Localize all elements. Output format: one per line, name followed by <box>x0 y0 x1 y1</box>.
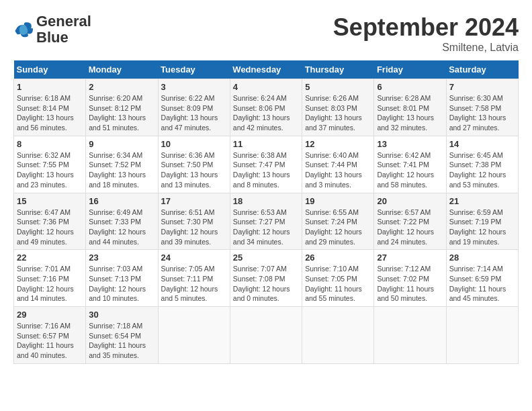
day-detail: Sunrise: 6:30 AM Sunset: 7:58 PM Dayligh… <box>449 93 515 133</box>
calendar-week-3: 15Sunrise: 6:47 AM Sunset: 7:36 PM Dayli… <box>14 193 519 250</box>
day-number: 13 <box>377 139 443 149</box>
day-number: 14 <box>449 139 515 149</box>
calendar-cell: 20Sunrise: 6:57 AM Sunset: 7:22 PM Dayli… <box>374 193 446 250</box>
calendar-cell: 11Sunrise: 6:38 AM Sunset: 7:47 PM Dayli… <box>230 136 302 193</box>
calendar-cell: 27Sunrise: 7:12 AM Sunset: 7:02 PM Dayli… <box>374 250 446 307</box>
day-detail: Sunrise: 7:16 AM Sunset: 6:57 PM Dayligh… <box>17 321 83 361</box>
day-detail: Sunrise: 7:05 AM Sunset: 7:11 PM Dayligh… <box>161 264 227 304</box>
calendar-cell: 8Sunrise: 6:32 AM Sunset: 7:55 PM Daylig… <box>14 136 86 193</box>
weekday-header-monday: Monday <box>86 60 158 79</box>
calendar-cell: 19Sunrise: 6:55 AM Sunset: 7:24 PM Dayli… <box>302 193 374 250</box>
day-number: 12 <box>305 139 371 149</box>
day-number: 20 <box>377 196 443 206</box>
day-detail: Sunrise: 7:14 AM Sunset: 6:59 PM Dayligh… <box>449 264 515 304</box>
logo: General Blue <box>13 13 91 46</box>
day-detail: Sunrise: 6:40 AM Sunset: 7:44 PM Dayligh… <box>305 150 371 190</box>
day-detail: Sunrise: 6:53 AM Sunset: 7:27 PM Dayligh… <box>233 208 299 247</box>
calendar-cell: 10Sunrise: 6:36 AM Sunset: 7:50 PM Dayli… <box>158 136 230 193</box>
calendar-cell: 28Sunrise: 7:14 AM Sunset: 6:59 PM Dayli… <box>446 250 518 307</box>
calendar-cell: 12Sunrise: 6:40 AM Sunset: 7:44 PM Dayli… <box>302 136 374 193</box>
day-number: 7 <box>449 82 515 92</box>
day-number: 9 <box>89 139 154 149</box>
logo-icon <box>13 19 34 40</box>
weekday-header-thursday: Thursday <box>302 60 374 79</box>
day-number: 15 <box>17 196 83 206</box>
day-detail: Sunrise: 7:12 AM Sunset: 7:02 PM Dayligh… <box>377 264 443 304</box>
page-subtitle: Smiltene, Latvia <box>333 42 519 54</box>
calendar-cell: 7Sunrise: 6:30 AM Sunset: 7:58 PM Daylig… <box>446 79 518 136</box>
day-detail: Sunrise: 6:45 AM Sunset: 7:38 PM Dayligh… <box>449 150 515 190</box>
day-number: 22 <box>17 253 83 263</box>
day-detail: Sunrise: 6:36 AM Sunset: 7:50 PM Dayligh… <box>161 150 227 190</box>
day-detail: Sunrise: 6:49 AM Sunset: 7:33 PM Dayligh… <box>89 208 154 247</box>
calendar-cell <box>158 307 230 364</box>
day-detail: Sunrise: 6:57 AM Sunset: 7:22 PM Dayligh… <box>377 208 443 247</box>
calendar-cell: 6Sunrise: 6:28 AM Sunset: 8:01 PM Daylig… <box>374 79 446 136</box>
calendar-cell: 15Sunrise: 6:47 AM Sunset: 7:36 PM Dayli… <box>14 193 86 250</box>
weekday-header-sunday: Sunday <box>14 60 86 79</box>
day-detail: Sunrise: 6:22 AM Sunset: 8:09 PM Dayligh… <box>161 93 227 133</box>
day-detail: Sunrise: 7:07 AM Sunset: 7:08 PM Dayligh… <box>233 264 299 304</box>
day-number: 26 <box>305 253 371 263</box>
calendar-cell <box>374 307 446 364</box>
day-detail: Sunrise: 6:38 AM Sunset: 7:47 PM Dayligh… <box>233 150 299 190</box>
day-number: 19 <box>305 196 371 206</box>
day-detail: Sunrise: 6:18 AM Sunset: 8:14 PM Dayligh… <box>17 93 83 133</box>
weekday-header-wednesday: Wednesday <box>230 60 302 79</box>
day-number: 8 <box>17 139 83 149</box>
calendar-cell: 29Sunrise: 7:16 AM Sunset: 6:57 PM Dayli… <box>14 307 86 364</box>
day-number: 10 <box>161 139 227 149</box>
day-number: 3 <box>161 82 227 92</box>
calendar-cell: 21Sunrise: 6:59 AM Sunset: 7:19 PM Dayli… <box>446 193 518 250</box>
calendar-week-5: 29Sunrise: 7:16 AM Sunset: 6:57 PM Dayli… <box>14 307 519 364</box>
calendar-cell: 1Sunrise: 6:18 AM Sunset: 8:14 PM Daylig… <box>14 79 86 136</box>
calendar-cell <box>302 307 374 364</box>
title-block: September 2024 Smiltene, Latvia <box>333 13 519 54</box>
day-number: 23 <box>89 253 154 263</box>
day-number: 4 <box>233 82 299 92</box>
day-detail: Sunrise: 6:47 AM Sunset: 7:36 PM Dayligh… <box>17 208 83 247</box>
calendar-cell: 5Sunrise: 6:26 AM Sunset: 8:03 PM Daylig… <box>302 79 374 136</box>
calendar-week-4: 22Sunrise: 7:01 AM Sunset: 7:16 PM Dayli… <box>14 250 519 307</box>
calendar-cell: 9Sunrise: 6:34 AM Sunset: 7:52 PM Daylig… <box>86 136 158 193</box>
calendar-cell: 16Sunrise: 6:49 AM Sunset: 7:33 PM Dayli… <box>86 193 158 250</box>
page-title: September 2024 <box>333 13 519 42</box>
day-number: 21 <box>449 196 515 206</box>
page-header: General Blue September 2024 Smiltene, La… <box>13 13 519 54</box>
day-number: 5 <box>305 82 371 92</box>
calendar-cell: 23Sunrise: 7:03 AM Sunset: 7:13 PM Dayli… <box>86 250 158 307</box>
day-number: 1 <box>17 82 83 92</box>
day-number: 17 <box>161 196 227 206</box>
weekday-header-friday: Friday <box>374 60 446 79</box>
calendar-cell: 3Sunrise: 6:22 AM Sunset: 8:09 PM Daylig… <box>158 79 230 136</box>
day-number: 18 <box>233 196 299 206</box>
calendar-cell: 2Sunrise: 6:20 AM Sunset: 8:12 PM Daylig… <box>86 79 158 136</box>
day-detail: Sunrise: 6:24 AM Sunset: 8:06 PM Dayligh… <box>233 93 299 133</box>
day-detail: Sunrise: 6:59 AM Sunset: 7:19 PM Dayligh… <box>449 208 515 247</box>
calendar-cell: 14Sunrise: 6:45 AM Sunset: 7:38 PM Dayli… <box>446 136 518 193</box>
day-number: 11 <box>233 139 299 149</box>
day-detail: Sunrise: 6:32 AM Sunset: 7:55 PM Dayligh… <box>17 150 83 190</box>
logo-line2: Blue <box>36 30 91 46</box>
day-number: 25 <box>233 253 299 263</box>
day-number: 28 <box>449 253 515 263</box>
calendar-cell: 4Sunrise: 6:24 AM Sunset: 8:06 PM Daylig… <box>230 79 302 136</box>
calendar-cell: 26Sunrise: 7:10 AM Sunset: 7:05 PM Dayli… <box>302 250 374 307</box>
day-detail: Sunrise: 6:51 AM Sunset: 7:30 PM Dayligh… <box>161 208 227 247</box>
day-number: 2 <box>89 82 154 92</box>
day-number: 27 <box>377 253 443 263</box>
calendar-cell: 17Sunrise: 6:51 AM Sunset: 7:30 PM Dayli… <box>158 193 230 250</box>
calendar-cell: 30Sunrise: 7:18 AM Sunset: 6:54 PM Dayli… <box>86 307 158 364</box>
day-detail: Sunrise: 7:18 AM Sunset: 6:54 PM Dayligh… <box>89 321 154 361</box>
calendar-cell: 13Sunrise: 6:42 AM Sunset: 7:41 PM Dayli… <box>374 136 446 193</box>
day-number: 24 <box>161 253 227 263</box>
day-detail: Sunrise: 6:28 AM Sunset: 8:01 PM Dayligh… <box>377 93 443 133</box>
calendar-cell: 18Sunrise: 6:53 AM Sunset: 7:27 PM Dayli… <box>230 193 302 250</box>
calendar-table: SundayMondayTuesdayWednesdayThursdayFrid… <box>13 60 519 364</box>
day-detail: Sunrise: 6:20 AM Sunset: 8:12 PM Dayligh… <box>89 93 154 133</box>
day-detail: Sunrise: 6:42 AM Sunset: 7:41 PM Dayligh… <box>377 150 443 190</box>
weekday-header-saturday: Saturday <box>446 60 518 79</box>
weekday-header-row: SundayMondayTuesdayWednesdayThursdayFrid… <box>14 60 519 79</box>
logo-line1: General <box>36 13 91 30</box>
day-detail: Sunrise: 7:10 AM Sunset: 7:05 PM Dayligh… <box>305 264 371 304</box>
